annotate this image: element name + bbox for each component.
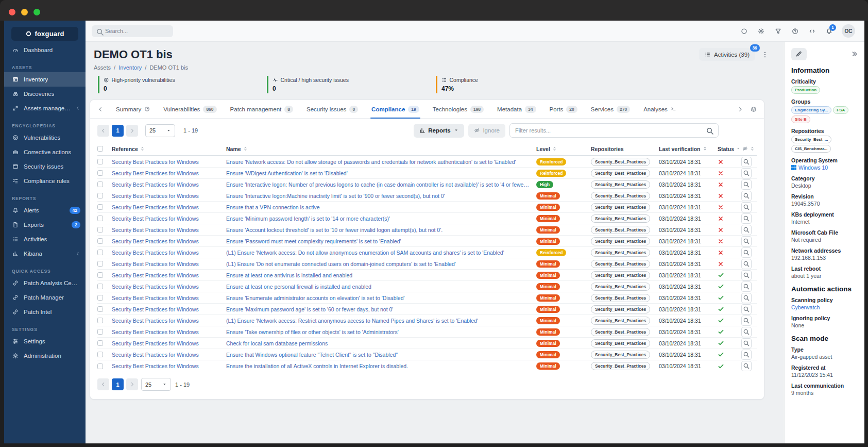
- rule-name-link[interactable]: Ensure 'Enumerate administrator accounts…: [226, 295, 536, 301]
- help-icon[interactable]: [791, 27, 799, 35]
- row-detail-button[interactable]: [741, 168, 752, 178]
- row-detail-button[interactable]: [741, 293, 752, 303]
- row-checkbox[interactable]: [97, 261, 103, 267]
- sidebar-item-settings[interactable]: Settings: [4, 334, 86, 349]
- sidebar-item-patch-analysis-center[interactable]: Patch Analysis Center: [4, 276, 86, 290]
- reference-link[interactable]: Security Best Practices for Windows: [112, 159, 226, 165]
- collapse-panel-button[interactable]: [851, 51, 858, 57]
- brand-logo[interactable]: foxguard: [11, 27, 78, 41]
- row-checkbox[interactable]: [97, 193, 103, 198]
- row-checkbox[interactable]: [97, 204, 103, 210]
- activities-button[interactable]: Activities (39) 39: [699, 48, 755, 61]
- next-page-button[interactable]: [126, 378, 138, 390]
- tab-ports[interactable]: Ports20: [550, 100, 577, 118]
- column-header-last-verification[interactable]: Last verification: [659, 146, 718, 152]
- notifications-bell-icon[interactable]: 1: [825, 27, 833, 35]
- rule-name-link[interactable]: Ensure 'Maximum password age' is set to …: [226, 306, 536, 312]
- rule-name-link[interactable]: (L1) Ensure 'Network access: Do not allo…: [226, 250, 536, 256]
- row-checkbox[interactable]: [97, 284, 103, 289]
- sidebar-item-assets-management[interactable]: Assets management: [4, 101, 86, 115]
- row-detail-button[interactable]: [741, 191, 752, 201]
- tab-vulnerabilities[interactable]: Vulnerabilities860: [163, 100, 216, 118]
- repository-pill[interactable]: Security_Best_Practices: [591, 169, 650, 177]
- sidebar-item-patch-manager[interactable]: Patch Manager: [4, 290, 86, 305]
- rule-name-link[interactable]: Ensure at least one personal firewall is…: [226, 284, 536, 290]
- repository-pill[interactable]: Security_Best_Practices: [591, 249, 650, 257]
- select-all-checkbox[interactable]: [97, 146, 103, 152]
- row-checkbox[interactable]: [97, 306, 103, 312]
- tag-pill[interactable]: Engineering Sy...: [791, 106, 831, 114]
- row-detail-button[interactable]: [741, 179, 752, 190]
- rule-name-link[interactable]: Ensure 'Account lockout threshold' is se…: [226, 227, 536, 233]
- reference-link[interactable]: Security Best Practices for Windows: [112, 170, 226, 176]
- reference-link[interactable]: Security Best Practices for Windows: [112, 329, 226, 335]
- reports-button[interactable]: Reports: [414, 124, 464, 138]
- sidebar-item-dashboard[interactable]: Dashboard: [4, 43, 86, 57]
- rule-name-link[interactable]: Check for local sam database permissions: [226, 340, 536, 346]
- repository-pill[interactable]: Security_Best_Practices: [591, 339, 650, 347]
- row-checkbox[interactable]: [97, 272, 103, 278]
- reference-link[interactable]: Security Best Practices for Windows: [112, 295, 226, 301]
- gear-icon[interactable]: [757, 27, 765, 35]
- row-detail-button[interactable]: [741, 270, 752, 280]
- page-size-select[interactable]: 25: [141, 378, 171, 391]
- repository-pill[interactable]: Security_Best_Practices: [591, 237, 650, 245]
- row-detail-button[interactable]: [741, 327, 752, 337]
- tab-analyses[interactable]: Analyses: [643, 100, 676, 118]
- tag-pill[interactable]: CIS_Benchmar...: [791, 145, 831, 153]
- repository-pill[interactable]: Security_Best_Practices: [591, 180, 650, 189]
- repository-pill[interactable]: Security_Best_Practices: [591, 192, 650, 200]
- reference-link[interactable]: Security Best Practices for Windows: [112, 193, 226, 199]
- repository-pill[interactable]: Security_Best_Practices: [591, 294, 650, 302]
- info-field-value[interactable]: Windows 10: [791, 164, 858, 171]
- row-checkbox[interactable]: [97, 363, 103, 369]
- sidebar-item-activities[interactable]: Activities: [4, 232, 86, 246]
- repository-pill[interactable]: Security_Best_Practices: [591, 317, 650, 325]
- repository-pill[interactable]: Security_Best_Practices: [591, 362, 650, 370]
- rule-name-link[interactable]: Ensure that a VPN connection is active: [226, 204, 536, 210]
- row-checkbox[interactable]: [97, 250, 103, 255]
- rule-name-link[interactable]: Ensure 'Network access: Do not allow sto…: [226, 159, 536, 165]
- tab-summary[interactable]: Summary: [116, 100, 150, 118]
- reference-link[interactable]: Security Best Practices for Windows: [112, 204, 226, 210]
- row-detail-button[interactable]: [741, 316, 752, 326]
- row-checkbox[interactable]: [97, 181, 103, 187]
- repository-pill[interactable]: Security_Best_Practices: [591, 328, 650, 336]
- rule-name-link[interactable]: (L1) Ensure 'Do not enumerate connected …: [226, 261, 536, 267]
- reference-link[interactable]: Security Best Practices for Windows: [112, 340, 226, 346]
- column-header-level[interactable]: Level: [536, 146, 591, 152]
- reference-link[interactable]: Security Best Practices for Windows: [112, 352, 226, 358]
- repository-pill[interactable]: Security_Best_Practices: [591, 305, 650, 313]
- scope-icon[interactable]: [740, 27, 748, 35]
- sidebar-item-inventory[interactable]: Inventory: [4, 72, 86, 87]
- rule-name-link[interactable]: Ensure 'Password must meet complexity re…: [226, 238, 536, 244]
- rule-name-link[interactable]: Ensure 'Take ownership of files or other…: [226, 329, 536, 335]
- sidebar-item-compliance-rules[interactable]: Compliance rules: [4, 174, 86, 188]
- row-detail-button[interactable]: [741, 259, 752, 269]
- page-size-select[interactable]: 25: [145, 124, 175, 137]
- row-detail-button[interactable]: [741, 202, 752, 212]
- filter-funnel-icon[interactable]: [774, 27, 782, 35]
- close-window-button[interactable]: [9, 9, 15, 15]
- reference-link[interactable]: Security Best Practices for Windows: [112, 238, 226, 244]
- prev-page-button[interactable]: [97, 378, 109, 390]
- sidebar-item-vulnerabilities[interactable]: Vulnerabilities: [4, 130, 86, 145]
- edit-asset-button[interactable]: [791, 48, 807, 60]
- repository-pill[interactable]: Security_Best_Practices: [591, 214, 650, 223]
- reference-link[interactable]: Security Best Practices for Windows: [112, 284, 226, 290]
- tab-metadata[interactable]: Metadata34: [497, 100, 536, 118]
- column-header-status[interactable]: Status: [718, 146, 741, 152]
- tag-pill[interactable]: FSA: [833, 106, 848, 114]
- current-page-button[interactable]: 1: [112, 378, 124, 390]
- sidebar-item-discoveries[interactable]: Discoveries: [4, 87, 86, 101]
- row-checkbox[interactable]: [97, 170, 103, 176]
- reference-link[interactable]: Security Best Practices for Windows: [112, 216, 226, 222]
- user-avatar[interactable]: OC: [842, 24, 855, 38]
- tab-security-issues[interactable]: Security issues0: [307, 100, 358, 118]
- reference-link[interactable]: Security Best Practices for Windows: [112, 363, 226, 369]
- tabs-scroll-right-icon[interactable]: [737, 106, 743, 112]
- info-field-value[interactable]: Cyberwatch: [791, 304, 858, 310]
- repository-pill[interactable]: Security_Best_Practices: [591, 158, 650, 166]
- column-header-reference[interactable]: Reference: [112, 146, 226, 152]
- tab-technologies[interactable]: Technologies198: [433, 100, 484, 118]
